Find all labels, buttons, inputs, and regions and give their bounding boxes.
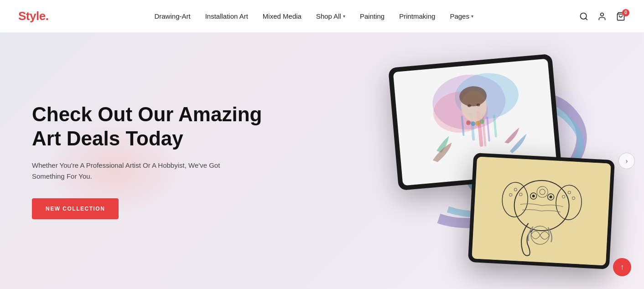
- shop-all-chevron-icon: ▾: [343, 14, 345, 19]
- logo-dot: .: [46, 9, 49, 23]
- hero-content: Check Out Our Amazing Art Deals Today Wh…: [0, 103, 283, 219]
- svg-line-1: [586, 18, 587, 20]
- nav-printmaking[interactable]: Printmaking: [399, 12, 435, 20]
- nav-drawing-art[interactable]: Drawing-Art: [154, 12, 190, 20]
- logo-text: Style: [18, 9, 46, 23]
- nav-shop-all[interactable]: Shop All ▾: [316, 12, 345, 20]
- account-button[interactable]: [597, 12, 607, 21]
- cart-count: 0: [622, 9, 629, 16]
- nav-mixed-media[interactable]: Mixed Media: [263, 12, 301, 20]
- header-icons: 0: [579, 12, 626, 21]
- svg-point-2: [601, 13, 604, 16]
- tablet-front: [468, 153, 615, 269]
- nav-painting[interactable]: Painting: [360, 12, 384, 20]
- pages-chevron-icon: ▾: [471, 14, 473, 19]
- user-icon: [597, 12, 607, 21]
- search-icon: [579, 12, 588, 21]
- scroll-top-icon: ↑: [620, 263, 624, 271]
- arrow-icon: ›: [626, 157, 628, 165]
- nav-pages[interactable]: Pages ▾: [450, 12, 473, 20]
- hero-subtitle: Whether You're A Professional Artist Or …: [32, 160, 251, 182]
- hero-title: Check Out Our Amazing Art Deals Today: [32, 103, 283, 151]
- site-logo[interactable]: Style.: [18, 9, 48, 23]
- scroll-to-top-button[interactable]: ↑: [613, 258, 631, 276]
- elephant-art: [472, 156, 611, 265]
- hero-section: Check Out Our Amazing Art Deals Today Wh…: [0, 33, 644, 289]
- cart-button[interactable]: 0: [616, 12, 626, 21]
- search-button[interactable]: [579, 12, 588, 21]
- main-nav: Drawing-Art Installation Art Mixed Media…: [154, 12, 473, 20]
- hero-visual: [379, 52, 617, 270]
- hero-cta-button[interactable]: NEW COLLECTION: [32, 198, 119, 219]
- tablet-front-screen: [472, 156, 611, 265]
- site-header: Style. Drawing-Art Installation Art Mixe…: [0, 0, 644, 33]
- nav-installation-art[interactable]: Installation Art: [205, 12, 248, 20]
- hero-next-arrow[interactable]: ›: [618, 153, 635, 169]
